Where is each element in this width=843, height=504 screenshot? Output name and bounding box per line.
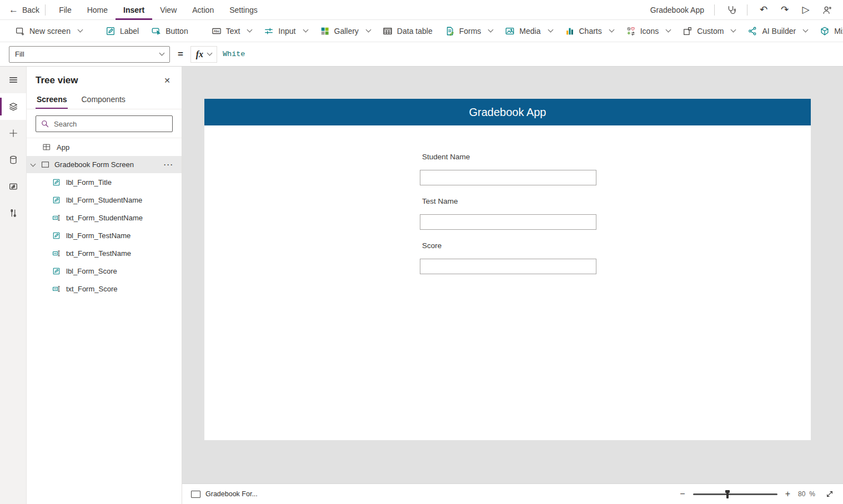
student-name-input[interactable]	[420, 170, 596, 185]
icons-menu[interactable]: Icons	[620, 20, 676, 42]
rail-tree-view-button[interactable]	[0, 93, 26, 120]
ribbon-label: Gallery	[334, 27, 359, 36]
rail-data-button[interactable]	[0, 147, 26, 173]
divider	[45, 4, 46, 16]
gallery-menu[interactable]: Gallery	[314, 20, 377, 42]
chevron-down-icon	[365, 27, 371, 33]
play-preview-button[interactable]: ▷	[795, 1, 816, 19]
mixed-reality-menu[interactable]: Mixed Reality	[814, 20, 843, 42]
text-menu[interactable]: Abc Text	[205, 20, 258, 42]
tree-search-box[interactable]	[36, 115, 173, 132]
app-checker-button[interactable]	[720, 1, 741, 19]
ribbon-label: Text	[226, 27, 240, 36]
tree-item-app[interactable]: App	[27, 138, 182, 156]
tree-item-control[interactable]: txt_Form_TestName	[27, 244, 182, 262]
tree-item-label: Gradebook Form Screen	[54, 160, 134, 169]
svg-text:Abc: Abc	[213, 29, 219, 33]
tree-item-label: lbl_Form_Score	[66, 267, 117, 275]
back-button[interactable]: ← Back	[9, 5, 39, 14]
chevron-down-icon	[803, 27, 809, 33]
app-header-bar[interactable]: Gradebook App	[204, 99, 811, 125]
menu-item-action[interactable]: Action	[184, 0, 222, 20]
menu-item-file[interactable]: File	[51, 0, 79, 20]
tree-item-control[interactable]: lbl_Form_Title	[27, 173, 182, 191]
ai-builder-icon	[747, 26, 757, 36]
left-rail	[0, 67, 27, 504]
tab-screens[interactable]: Screens	[36, 92, 68, 109]
ribbon-label: Input	[278, 27, 295, 36]
zoom-out-button[interactable]: −	[680, 490, 685, 498]
property-selector[interactable]: Fill	[9, 46, 170, 63]
zoom-slider[interactable]	[693, 493, 777, 495]
database-icon	[8, 155, 18, 165]
zoom-in-button[interactable]: +	[785, 490, 790, 498]
chevron-down-icon	[666, 27, 671, 33]
mixed-reality-icon	[820, 26, 830, 36]
tree-item-control[interactable]: lbl_Form_TestName	[27, 226, 182, 244]
app-screen-artboard[interactable]: Gradebook App Student Name Test Name Sco…	[204, 99, 811, 440]
tree-item-screen[interactable]: Gradebook Form Screen ···	[27, 156, 182, 173]
tree-item-control[interactable]: lbl_Form_Score	[27, 262, 182, 280]
button-button[interactable]: Button	[145, 20, 194, 42]
test-name-label[interactable]: Test Name	[422, 197, 458, 205]
menu-item-settings[interactable]: Settings	[222, 0, 265, 20]
main-region: Tree view ✕ Screens Components App	[0, 67, 843, 504]
media-library-icon	[8, 182, 18, 191]
undo-button[interactable]: ↶	[753, 1, 774, 19]
charts-menu[interactable]: Charts	[559, 20, 620, 42]
layers-icon	[8, 102, 18, 112]
charts-icon	[565, 26, 575, 36]
forms-menu[interactable]: Forms	[439, 20, 499, 42]
data-table-button[interactable]: Data table	[377, 20, 439, 42]
screen-tree: App Gradebook Form Screen ··· lbl_Form_T…	[27, 138, 182, 298]
score-label[interactable]: Score	[422, 241, 441, 250]
redo-icon: ↷	[781, 5, 789, 14]
ai-builder-menu[interactable]: AI Builder	[741, 20, 814, 42]
share-button[interactable]	[816, 1, 837, 19]
play-icon: ▷	[802, 5, 809, 14]
tree-item-control[interactable]: lbl_Form_StudentName	[27, 191, 182, 209]
tree-view-panel: Tree view ✕ Screens Components App	[27, 67, 182, 504]
rail-insert-button[interactable]	[0, 120, 26, 147]
chevron-expanded-icon[interactable]	[31, 162, 36, 167]
person-add-icon	[822, 5, 832, 15]
plus-icon	[8, 128, 18, 138]
tab-components[interactable]: Components	[80, 92, 126, 109]
chevron-down-icon	[159, 51, 165, 56]
chevron-down-icon	[247, 27, 253, 33]
new-screen-button[interactable]: New screen	[9, 20, 88, 42]
screen-icon	[41, 160, 50, 169]
menu-item-insert[interactable]: Insert	[116, 0, 152, 20]
search-input[interactable]	[54, 120, 168, 128]
rail-advanced-tools-button[interactable]	[0, 200, 26, 226]
tree-item-control[interactable]: txt_Form_StudentName	[27, 209, 182, 226]
rail-media-button[interactable]	[0, 173, 26, 200]
student-name-label[interactable]: Student Name	[422, 153, 470, 161]
back-label: Back	[22, 6, 39, 14]
zoom-percentage: 80 %	[798, 490, 815, 498]
tree-item-label: txt_Form_StudentName	[66, 214, 143, 222]
text-input-control-icon	[52, 285, 61, 293]
media-menu[interactable]: Media	[499, 20, 558, 42]
zoom-slider-thumb[interactable]	[726, 490, 729, 498]
menu-item-home[interactable]: Home	[79, 0, 116, 20]
percent-sign: %	[809, 490, 815, 498]
hamburger-menu-button[interactable]	[0, 67, 26, 93]
fx-dropdown[interactable]: fx	[190, 46, 217, 63]
custom-menu[interactable]: Custom	[676, 20, 741, 42]
current-screen-label[interactable]: Gradebook For...	[205, 490, 258, 498]
close-icon[interactable]: ✕	[162, 75, 173, 86]
zoom-value: 80	[798, 490, 805, 498]
input-menu[interactable]: Input	[258, 20, 313, 42]
tree-item-control[interactable]: txt_Form_Score	[27, 280, 182, 298]
label-button[interactable]: Label	[99, 20, 145, 42]
score-input[interactable]	[420, 259, 596, 274]
redo-button[interactable]: ↷	[774, 1, 795, 19]
panel-tabs: Screens Components	[27, 89, 182, 109]
menu-item-view[interactable]: View	[152, 0, 184, 20]
formula-input[interactable]	[217, 46, 843, 63]
fit-to-window-icon[interactable]	[825, 490, 834, 498]
more-options-icon[interactable]: ···	[164, 161, 182, 169]
tree-item-label: App	[57, 143, 69, 152]
test-name-input[interactable]	[420, 214, 596, 230]
